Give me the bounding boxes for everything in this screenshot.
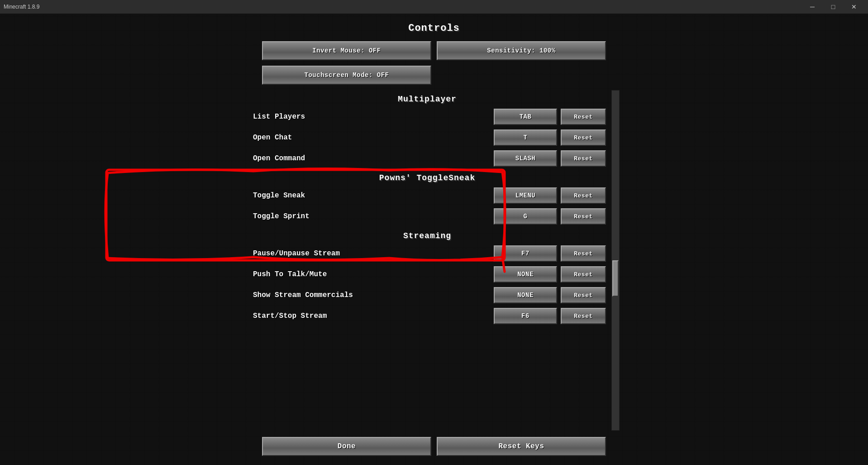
control-reset-pause-stream[interactable]: Reset — [561, 245, 606, 262]
control-label-open-command: Open Command — [248, 154, 490, 163]
title-bar: Minecraft 1.8.9 ─ □ ✕ — [0, 0, 868, 14]
touchscreen-mode-button[interactable]: Touchscreen Mode: OFF — [262, 66, 431, 85]
restore-button[interactable]: □ — [823, 0, 844, 14]
control-reset-open-chat[interactable]: Reset — [561, 129, 606, 146]
control-key-push-to-talk[interactable]: NONE — [494, 266, 557, 283]
control-key-stream-commercials[interactable]: NONE — [494, 287, 557, 303]
close-button[interactable]: ✕ — [844, 0, 864, 14]
control-row-start-stop-stream: Start/Stop Stream F6 Reset — [248, 306, 606, 326]
main-content: Controls Invert Mouse: OFF Sensitivity: … — [0, 14, 868, 465]
control-reset-stream-commercials[interactable]: Reset — [561, 287, 606, 303]
section-streaming-header: Streaming — [248, 227, 606, 243]
control-label-pause-stream: Pause/Unpause Stream — [248, 249, 490, 258]
title-bar-controls: ─ □ ✕ — [802, 0, 864, 14]
control-key-pause-stream[interactable]: F7 — [494, 245, 557, 262]
control-label-push-to-talk: Push To Talk/Mute — [248, 270, 490, 278]
control-reset-start-stop-stream[interactable]: Reset — [561, 308, 606, 324]
title-bar-text: Minecraft 1.8.9 — [4, 4, 802, 10]
top-controls-row: Invert Mouse: OFF Sensitivity: 100% — [262, 41, 606, 60]
control-reset-toggle-sneak[interactable]: Reset — [561, 187, 606, 204]
control-row-pause-stream: Pause/Unpause Stream F7 Reset — [248, 243, 606, 264]
control-key-open-chat[interactable]: T — [494, 129, 557, 146]
control-key-toggle-sneak[interactable]: LMENU — [494, 187, 557, 204]
control-label-toggle-sprint: Toggle Sprint — [248, 212, 490, 221]
scrollbar[interactable] — [611, 90, 620, 431]
control-label-toggle-sneak: Toggle Sneak — [248, 192, 490, 200]
controls-container: Multiplayer List Players TAB Reset Open … — [248, 90, 620, 431]
control-key-open-command[interactable]: SLASH — [494, 150, 557, 167]
invert-mouse-button[interactable]: Invert Mouse: OFF — [262, 41, 431, 60]
sensitivity-button[interactable]: Sensitivity: 100% — [437, 41, 606, 60]
control-label-stream-commercials: Show Stream Commercials — [248, 291, 490, 299]
control-label-start-stop-stream: Start/Stop Stream — [248, 312, 490, 320]
control-row-list-players: List Players TAB Reset — [248, 106, 606, 127]
control-label-list-players: List Players — [248, 113, 490, 121]
controls-list: Multiplayer List Players TAB Reset Open … — [248, 90, 620, 326]
scrollbar-thumb[interactable] — [612, 260, 619, 297]
control-row-toggle-sneak: Toggle Sneak LMENU Reset — [248, 185, 606, 206]
minimize-button[interactable]: ─ — [802, 0, 823, 14]
control-row-toggle-sprint: Toggle Sprint G Reset — [248, 206, 606, 227]
control-row-stream-commercials: Show Stream Commercials NONE Reset — [248, 285, 606, 306]
page-title: Controls — [408, 23, 460, 34]
reset-keys-button[interactable]: Reset Keys — [437, 437, 606, 456]
section-multiplayer-header: Multiplayer — [248, 90, 606, 106]
control-key-list-players[interactable]: TAB — [494, 109, 557, 125]
control-reset-open-command[interactable]: Reset — [561, 150, 606, 167]
control-reset-toggle-sprint[interactable]: Reset — [561, 208, 606, 225]
control-key-toggle-sprint[interactable]: G — [494, 208, 557, 225]
control-row-push-to-talk: Push To Talk/Mute NONE Reset — [248, 264, 606, 285]
control-row-open-command: Open Command SLASH Reset — [248, 148, 606, 169]
section-togglesneak-header: Powns' ToggleSneak — [248, 169, 606, 185]
control-label-open-chat: Open Chat — [248, 134, 490, 142]
done-button[interactable]: Done — [262, 437, 431, 456]
control-reset-push-to-talk[interactable]: Reset — [561, 266, 606, 283]
control-row-open-chat: Open Chat T Reset — [248, 127, 606, 148]
bottom-buttons: Done Reset Keys — [262, 437, 606, 456]
control-key-start-stop-stream[interactable]: F6 — [494, 308, 557, 324]
control-reset-list-players[interactable]: Reset — [561, 109, 606, 125]
